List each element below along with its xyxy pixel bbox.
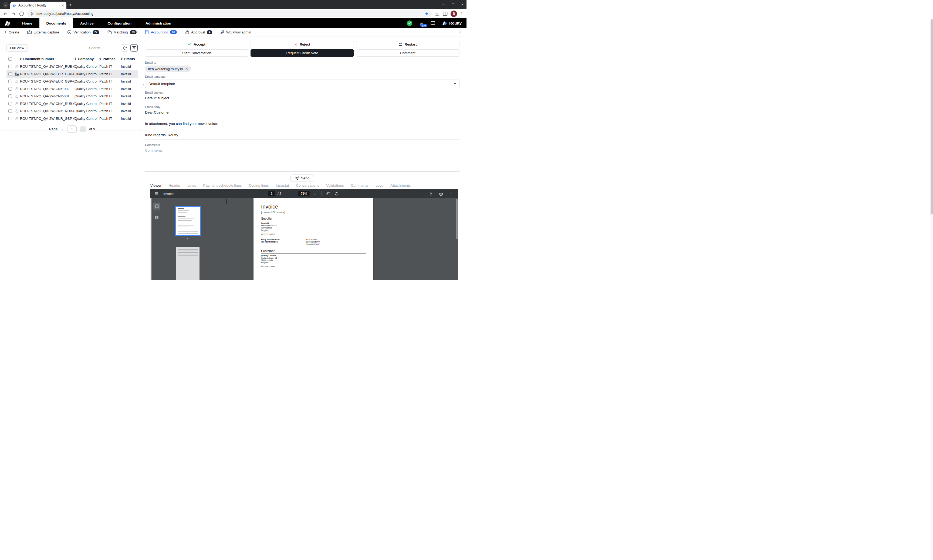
- sort-icon[interactable]: [74, 57, 76, 60]
- restart-button[interactable]: Restart: [356, 41, 460, 48]
- previous-page-button[interactable]: ‹: [61, 127, 64, 131]
- downloads-icon[interactable]: [434, 11, 440, 17]
- outline-view-icon[interactable]: [153, 214, 160, 221]
- column-document-number[interactable]: Document number: [20, 57, 74, 61]
- table-row[interactable]: ROU-TST/PO_QA-2W-EUR_GBP-002 Quality Con…: [6, 115, 138, 123]
- search-input[interactable]: [89, 46, 119, 50]
- next-page-button[interactable]: ›: [80, 126, 86, 132]
- request-credit-note-button[interactable]: Request Credit Note: [251, 49, 354, 57]
- row-checkbox[interactable]: [8, 94, 12, 98]
- tab-attachments[interactable]: Attachments: [390, 183, 410, 188]
- minimize-icon[interactable]: —: [442, 3, 445, 6]
- tab-coding-lines[interactable]: Coding lines: [249, 183, 268, 188]
- row-checkbox[interactable]: [8, 117, 12, 120]
- email-body-textarea[interactable]: Dear Customer, In attachment, you can fi…: [145, 110, 460, 140]
- email-template-select[interactable]: Default template: [145, 80, 460, 88]
- refresh-button[interactable]: [121, 44, 128, 52]
- nav-item-archive[interactable]: Archive: [73, 18, 101, 28]
- nav-item-documents[interactable]: Documents: [39, 18, 73, 28]
- profile-avatar[interactable]: B: [450, 11, 457, 17]
- sort-icon[interactable]: [121, 57, 123, 60]
- workflow-admin-tab[interactable]: Workflow admin: [220, 30, 251, 34]
- new-tab-button[interactable]: +: [69, 2, 72, 8]
- column-status[interactable]: Status: [121, 57, 138, 61]
- pdf-more-options-icon[interactable]: ⋮: [448, 191, 454, 197]
- collapse-panel-icon[interactable]: ‹: [143, 82, 144, 86]
- pdf-page-input[interactable]: [268, 191, 275, 196]
- thumbnail-page-2[interactable]: [176, 248, 199, 280]
- tab-comments[interactable]: Comments: [351, 183, 369, 188]
- pdf-main-view[interactable]: Invoice [code:uncl1001invoice:] Supplier…: [214, 198, 458, 280]
- reload-icon[interactable]: [19, 11, 24, 17]
- tab-validations[interactable]: Validations: [326, 183, 344, 188]
- fit-page-icon[interactable]: [325, 191, 331, 197]
- create-button[interactable]: + Create: [4, 30, 19, 34]
- url-text[interactable]: dev.routty.be/portal/routty/#accounting: [37, 12, 423, 15]
- back-icon[interactable]: [3, 11, 8, 17]
- remove-recipient-icon[interactable]: ✕: [185, 67, 188, 71]
- pdf-zoom-level[interactable]: 71%: [298, 191, 310, 196]
- nav-item-home[interactable]: Home: [15, 18, 39, 28]
- browser-tab[interactable]: Accounting | Routty ✕: [10, 2, 66, 9]
- zoom-out-icon[interactable]: −: [290, 191, 296, 197]
- browser-menu-icon[interactable]: ⋮: [460, 11, 464, 16]
- email-subject-input[interactable]: [145, 95, 460, 102]
- tab-logs[interactable]: Logs: [376, 183, 383, 188]
- verification-tab[interactable]: Verification 27: [67, 30, 99, 34]
- row-checkbox[interactable]: [8, 102, 12, 106]
- routty-logo[interactable]: [0, 18, 15, 28]
- row-checkbox[interactable]: [8, 109, 12, 113]
- table-row[interactable]: ROU-TST/PO_QA-2W-CNY_RUB-002 Quality Con…: [6, 100, 138, 108]
- sort-icon[interactable]: [99, 57, 101, 60]
- chat-icon[interactable]: [430, 21, 435, 26]
- tab-conversations[interactable]: Conversations: [296, 183, 319, 188]
- sort-icon[interactable]: [20, 57, 22, 60]
- comment-button[interactable]: Comment: [356, 49, 460, 57]
- thumbnails-view-icon[interactable]: [153, 203, 160, 209]
- tab-payment-schedule-lines[interactable]: Payment schedule lines: [203, 183, 242, 188]
- full-view-button[interactable]: Full View: [6, 44, 28, 52]
- table-row-selected[interactable]: ROU-TST/PO_QA-2W-EUR_GBP-002 Quality Con…: [6, 71, 138, 78]
- tab-search-icon[interactable]: ⌄: [3, 2, 9, 8]
- tab-lines[interactable]: Lines: [187, 183, 196, 188]
- accept-button[interactable]: Accept: [145, 41, 248, 48]
- task-list-icon[interactable]: 120: [419, 21, 424, 26]
- download-icon[interactable]: [428, 191, 433, 197]
- external-capture-button[interactable]: External capture: [27, 30, 59, 34]
- email-recipient-chip[interactable]: ben.wouters@routty.io ✕: [145, 66, 191, 72]
- reject-button[interactable]: Reject: [251, 41, 354, 48]
- table-row[interactable]: ROU-TST/PO_QA-2W-CNY-002 Quality Control…: [6, 85, 138, 93]
- matching-tab[interactable]: Matching 23: [108, 30, 137, 34]
- accounting-tab[interactable]: Accounting 86: [145, 30, 177, 34]
- tab-intrastat[interactable]: Intrastat: [276, 183, 289, 188]
- page-number-input[interactable]: [68, 125, 77, 133]
- tab-header[interactable]: Header: [168, 183, 180, 188]
- table-row[interactable]: ROU-TST/PO_QA-2W-CNY-001 Quality Control…: [6, 92, 138, 100]
- print-icon[interactable]: [438, 191, 444, 197]
- rotate-icon[interactable]: [334, 191, 339, 197]
- tab-close-icon[interactable]: ✕: [61, 3, 64, 8]
- zoom-in-icon[interactable]: +: [312, 191, 318, 197]
- maximize-icon[interactable]: ▢: [452, 3, 455, 6]
- filter-button[interactable]: [130, 44, 138, 52]
- row-checkbox[interactable]: [8, 65, 12, 68]
- approval-tab[interactable]: Approval 4: [185, 30, 212, 34]
- thumbnail-page-1[interactable]: [175, 206, 201, 236]
- row-checkbox[interactable]: [8, 80, 12, 83]
- nav-item-configuration[interactable]: Configuration: [101, 18, 139, 28]
- table-row[interactable]: ROU-TST/PO_QA-2W-CNY_RUB-001 Quality Con…: [6, 108, 138, 115]
- side-panel-icon[interactable]: [443, 11, 448, 17]
- row-checkbox[interactable]: [8, 72, 12, 76]
- pdf-scrollbar-thumb[interactable]: [456, 199, 458, 239]
- row-checkbox[interactable]: [8, 87, 12, 91]
- start-conversation-button[interactable]: Start Conversation: [145, 49, 248, 57]
- column-company[interactable]: Company: [74, 57, 99, 61]
- collapse-toolbar-icon[interactable]: [458, 30, 462, 34]
- send-button[interactable]: Send: [290, 174, 314, 182]
- column-partner[interactable]: Partner: [99, 57, 121, 61]
- pdf-menu-icon[interactable]: [154, 191, 160, 197]
- tab-viewer[interactable]: Viewer: [150, 183, 162, 188]
- omnibox[interactable]: dev.routty.be/portal/routty/#accounting …: [27, 10, 432, 17]
- table-row[interactable]: ROU-TST/PO_QA-2W-CNY_RUB-001 Quality Con…: [6, 63, 138, 71]
- forward-icon[interactable]: [11, 11, 16, 17]
